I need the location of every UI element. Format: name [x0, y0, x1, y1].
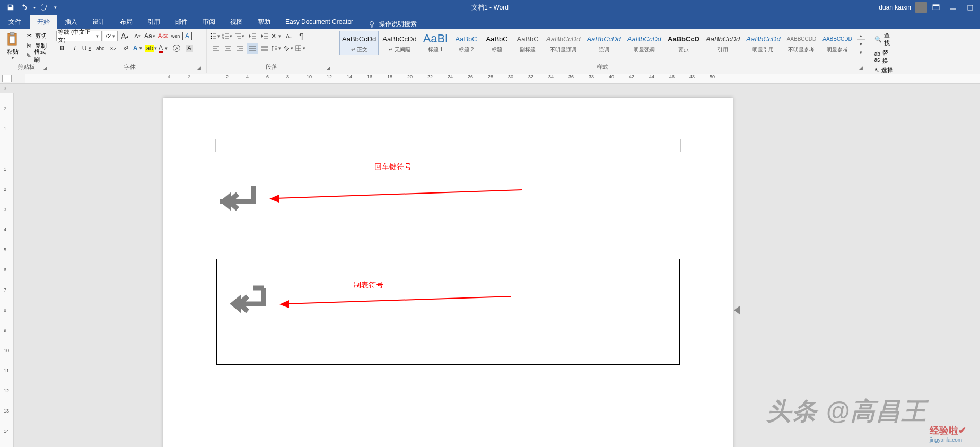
redo-icon[interactable] [38, 1, 51, 14]
undo-icon[interactable] [18, 1, 31, 14]
highlight-button[interactable]: ab▾ [145, 43, 157, 54]
paragraph-group-label: 段落◢ [210, 63, 332, 73]
save-icon[interactable] [4, 1, 17, 14]
style-scroll-icon[interactable]: ▴ [858, 31, 865, 40]
tab-layout[interactable]: 布局 [112, 15, 140, 29]
tell-me-search[interactable]: 操作说明搜索 [368, 20, 417, 29]
style-item[interactable]: AaBbC副标题 [513, 31, 542, 55]
line-spacing-button[interactable]: ▾ [271, 43, 283, 54]
replace-icon: abac [874, 51, 880, 63]
underline-button[interactable]: U▾ [82, 43, 93, 54]
paste-button[interactable]: 粘贴 ▾ [3, 31, 22, 60]
style-item[interactable]: AaBbC标题 2 [451, 31, 481, 55]
tab-selector[interactable]: L [2, 75, 12, 82]
page[interactable]: 回车键符号 制表符号 [163, 98, 733, 447]
tab-insert[interactable]: 插入 [57, 15, 85, 29]
align-right-button[interactable] [234, 43, 246, 54]
shading-button[interactable]: ▾ [283, 43, 295, 54]
styles-launcher-icon[interactable]: ◢ [858, 65, 864, 72]
style-more-icon[interactable]: ▾ [858, 48, 865, 57]
style-item[interactable]: AaBbCcDd明显强调 [625, 31, 664, 55]
increase-indent-button[interactable] [259, 31, 270, 41]
tab-view[interactable]: 视图 [223, 15, 250, 29]
asian-layout-button[interactable]: ✕▾ [271, 31, 283, 41]
tab-references[interactable]: 引用 [140, 15, 168, 29]
style-preview: AaBbC [515, 32, 540, 45]
styles-gallery[interactable]: AaBbCcDd↵ 正文AaBbCcDd↵ 无间隔AaBl标题 1AaBbC标题… [339, 31, 865, 60]
undo-dropdown-icon[interactable]: ▾ [32, 1, 37, 14]
change-case-button[interactable]: Aa▾ [144, 31, 156, 41]
tab-mailings[interactable]: 邮件 [168, 15, 195, 29]
align-left-button[interactable] [210, 43, 222, 54]
paragraph-launcher-icon[interactable]: ◢ [325, 65, 331, 72]
ruler-tick: 12 [4, 388, 9, 393]
clear-format-button[interactable]: A⌫ [157, 31, 169, 41]
customize-qat-icon[interactable]: ▾ [52, 1, 58, 14]
style-item[interactable]: AaBbCcDd↵ 正文 [339, 31, 379, 55]
tab-review[interactable]: 审阅 [195, 15, 223, 29]
vertical-ruler[interactable]: 3211234567891011121314 [0, 93, 14, 447]
minimize-icon[interactable] [945, 1, 961, 14]
circled-char-button[interactable]: A [171, 43, 182, 54]
multilevel-button[interactable]: ▾ [234, 31, 246, 41]
align-center-button[interactable] [222, 43, 234, 54]
decrease-indent-button[interactable] [247, 31, 258, 41]
style-item[interactable]: AaBbCcDd明显引用 [743, 31, 783, 55]
clipboard-launcher-icon[interactable]: ◢ [42, 65, 48, 72]
strike-button[interactable]: abc [94, 43, 106, 54]
italic-button[interactable]: I [69, 43, 81, 54]
style-item[interactable]: AaBbCcDd引用 [703, 31, 742, 55]
style-scroll-icon[interactable]: ▾ [858, 40, 865, 48]
text-effects-button[interactable]: A▾ [133, 43, 144, 54]
find-button[interactable]: 🔍查找 [872, 31, 896, 48]
ribbon-options-icon[interactable] [928, 1, 944, 14]
style-item[interactable]: AABBCCDD明显参考 [820, 31, 855, 55]
justify-button[interactable] [247, 43, 258, 54]
shrink-font-button[interactable]: A▾ [132, 31, 143, 41]
numbering-button[interactable]: 123▾ [222, 31, 234, 41]
distribute-button[interactable] [259, 43, 270, 54]
grow-font-button[interactable]: A▴ [119, 31, 130, 41]
tab-file[interactable]: 文件 [0, 15, 30, 29]
bold-button[interactable]: B [56, 43, 68, 54]
sort-button[interactable]: A↓ [283, 31, 295, 41]
char-shading-button[interactable]: A [183, 43, 195, 54]
font-name-combo[interactable]: 等线 (中文正文)▾ [56, 31, 102, 41]
replace-button[interactable]: abac替换 [872, 48, 896, 65]
search-icon: 🔍 [874, 36, 882, 43]
borders-button[interactable]: ▾ [295, 43, 307, 54]
style-item[interactable]: AaBbCcDd强调 [584, 31, 623, 55]
format-painter-button[interactable]: ✎格式刷 [24, 51, 49, 60]
page-viewport[interactable]: 回车键符号 制表符号 [14, 93, 980, 447]
tab-edc[interactable]: Easy Document Creator [278, 15, 361, 29]
phonetic-button[interactable]: wén [170, 31, 181, 41]
style-item[interactable]: AaBbC标题 [482, 31, 512, 55]
char-border-button[interactable]: A [182, 32, 192, 40]
style-item[interactable]: AaBbCcDd不明显强调 [544, 31, 583, 55]
style-item[interactable]: AaBbCcD要点 [665, 31, 702, 55]
quick-access-toolbar: ▾ ▾ [0, 1, 58, 14]
ruler-tick: 12 [327, 74, 332, 80]
maximize-icon[interactable] [962, 1, 978, 14]
font-size-combo[interactable]: 72▾ [103, 31, 118, 41]
style-item[interactable]: AaBbCcDd↵ 无间隔 [380, 31, 419, 55]
tab-help[interactable]: 帮助 [250, 15, 278, 29]
style-item[interactable]: AaBl标题 1 [421, 31, 450, 55]
subscript-button[interactable]: x₂ [107, 43, 119, 54]
title-bar: ▾ ▾ 文档1 - Word duan kaixin [0, 0, 980, 15]
cut-button[interactable]: ✂剪切 [24, 31, 49, 40]
tab-home[interactable]: 开始 [30, 15, 57, 29]
bullets-button[interactable]: ▾ [210, 31, 222, 41]
superscript-button[interactable]: x² [120, 43, 132, 54]
svg-rect-9 [10, 36, 15, 43]
tab-design[interactable]: 设计 [85, 15, 112, 29]
font-color-button[interactable]: A▾ [158, 43, 170, 54]
copy-icon: ⎘ [25, 42, 33, 49]
avatar[interactable] [915, 2, 927, 13]
font-launcher-icon[interactable]: ◢ [196, 65, 202, 72]
brush-icon: ✎ [25, 52, 32, 59]
style-item[interactable]: AABBCCDD不明显参考 [784, 31, 819, 55]
horizontal-ruler[interactable]: 4224681012141618202224262830323436384042… [25, 74, 980, 83]
ruler-tick: 50 [710, 74, 715, 80]
show-marks-button[interactable]: ¶ [295, 31, 307, 41]
